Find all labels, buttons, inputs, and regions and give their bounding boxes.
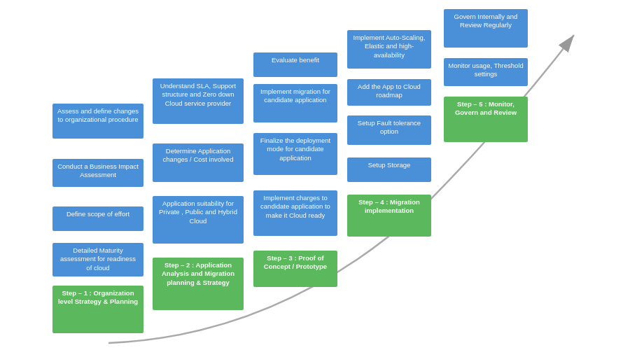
- box-b15: Setup Storage: [347, 158, 431, 182]
- box-b11: Implement charges to candidate applicati…: [253, 190, 337, 236]
- box-b2: Conduct a Business Impact Assessment: [52, 159, 144, 187]
- step4-box: Step – 4 : Migration implementation: [347, 195, 431, 237]
- step5-box: Step – 5 : Monitor, Govern and Review: [444, 97, 528, 142]
- box-b1: Assess and define changes to organizatio…: [52, 104, 144, 139]
- box-b17: Monitor usage, Threshold settings: [444, 58, 528, 86]
- step1-box: Step – 1 : Organization level Strategy &…: [52, 286, 144, 333]
- box-b7: Application suitability for Private , Pu…: [153, 196, 244, 244]
- box-b5: Understand SLA, Support structure and Ze…: [153, 78, 244, 124]
- box-b12: Implement Auto-Scaling, Elastic and high…: [347, 30, 431, 69]
- box-b3: Define scope of effort: [52, 206, 144, 231]
- box-b13: Add the App to Cloud roadmap: [347, 79, 431, 106]
- step2-box: Step – 2 : Application Analysis and Migr…: [153, 258, 244, 310]
- diagram-container: Assess and define changes to organizatio…: [0, 0, 630, 364]
- box-b10: Finalize the deployment mode for candida…: [253, 133, 337, 175]
- box-b9: Implement migration for candidate applic…: [253, 84, 337, 122]
- step3-box: Step – 3 : Proof of Concept / Prototype: [253, 251, 337, 287]
- box-b4: Detailed Maturity assessment for readine…: [52, 243, 144, 276]
- box-b16: Govern Internally and Review Regularly: [444, 9, 528, 48]
- box-b8: Evaluate benefit: [253, 52, 337, 77]
- box-b6: Determine Application changes / Cost inv…: [153, 144, 244, 182]
- box-b14: Setup Fault tolerance option: [347, 115, 431, 145]
